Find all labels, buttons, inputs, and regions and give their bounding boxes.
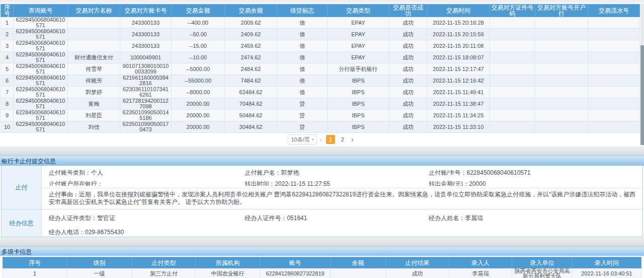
- table-cell: 9: [1, 110, 14, 121]
- table-cell: 20000.00: [172, 98, 225, 110]
- column-header: 交易对方证件号码: [490, 5, 535, 17]
- table-cell: [588, 110, 640, 121]
- table-cell: [490, 98, 535, 110]
- table-cell: 2409.62: [225, 29, 277, 40]
- table-cell: 7: [1, 87, 14, 98]
- table-cell: [490, 87, 535, 98]
- table-row[interactable]: 106228450068040610571刘佳62350109905001704…: [1, 121, 640, 133]
- table-cell: 6235010990500145186: [120, 110, 172, 121]
- multi-card-section-title: 多级卡信息: [0, 247, 644, 256]
- table-cell: 成功: [389, 40, 427, 52]
- stop-payment-row-label: 止付: [2, 166, 42, 209]
- table-row[interactable]: 26228450068040610571243300133--50.002409…: [1, 29, 640, 40]
- table-row[interactable]: 96228450068040610571刘星臣62350109905001451…: [1, 110, 640, 121]
- column-header: 录入人: [449, 257, 512, 268]
- table-cell: 9010713080100100033099: [120, 63, 172, 75]
- page-size-label: 10条/页: [291, 136, 309, 144]
- table-row[interactable]: 1一级第三方止付中国农业银行6228412860827322819成功李晨琨陕西…: [3, 268, 641, 278]
- table-cell: EPAY: [328, 29, 389, 40]
- table-cell: [490, 17, 535, 29]
- table-cell: 2022-11-15 11:34:25: [427, 110, 490, 121]
- table-cell: 6228412860827322819: [260, 268, 331, 278]
- field-account-type: 止付账号类别：个人: [49, 169, 245, 175]
- column-header: 交易余额: [225, 5, 277, 17]
- table-row[interactable]: 56228450068040610571何雪琴90107130801001000…: [1, 63, 640, 75]
- table-cell: [535, 40, 588, 52]
- table-cell: [68, 17, 120, 29]
- table-cell: [588, 87, 640, 98]
- field-handler-phone: 经办人电话：029-86755430: [49, 228, 245, 237]
- table-cell: 2022-11-15 20:15:59: [427, 29, 490, 40]
- table-cell: 一级: [67, 268, 132, 278]
- multi-card-header-row: 序号级别止付类型所属机构账号余额止付结果录入人录入单位录入时间: [3, 257, 641, 268]
- table-row[interactable]: 16228450068040610571243300133--400.00200…: [1, 17, 640, 29]
- table-cell: 2022-11-15 20:16:28: [427, 17, 490, 29]
- table-cell: 成功: [389, 87, 427, 98]
- table-cell: IBPS: [328, 87, 389, 98]
- table-cell: 借: [277, 40, 328, 52]
- column-header: 序号: [1, 5, 14, 17]
- table-cell: [588, 121, 640, 133]
- table-cell: 20000.00: [172, 110, 225, 121]
- table-cell: 何晓芳: [68, 75, 120, 87]
- table-row[interactable]: 66228450068040610571何晓芳62166116000038428…: [1, 75, 640, 87]
- column-header: 交易对方账卡号: [120, 5, 172, 17]
- transactions-table: 序号查询账号交易对方名称交易对方账卡号交易金额交易余额借贷标志交易类型交易是否成…: [1, 4, 640, 133]
- table-cell: 成功: [389, 63, 427, 75]
- column-header: 级别: [67, 257, 132, 268]
- table-cell: 2022-11-15 11:38:47: [427, 98, 490, 110]
- table-cell: [535, 17, 588, 29]
- table-cell: 黄梅: [68, 98, 120, 110]
- table-cell: 成功: [389, 98, 427, 110]
- table-cell: 借: [277, 75, 328, 87]
- table-cell: 1: [3, 268, 67, 278]
- table-cell: 2022-11-16 03:40:51: [573, 268, 641, 278]
- next-page-button[interactable]: ›: [351, 134, 354, 145]
- table-cell: 借: [277, 87, 328, 98]
- page-number-2[interactable]: 2: [338, 135, 347, 144]
- table-cell: 6228450068040610571: [14, 75, 68, 87]
- prev-page-button[interactable]: ‹: [319, 134, 322, 145]
- column-header: 交易金额: [172, 5, 225, 17]
- transactions-header-row: 序号查询账号交易对方名称交易对方账卡号交易金额交易余额借贷标志交易类型交易是否成…: [1, 5, 640, 17]
- pagination-bar: 10条/页 ▾ ‹ 1 2 ›: [0, 133, 644, 146]
- column-header: 序号: [3, 257, 67, 268]
- table-cell: [588, 98, 640, 110]
- table-cell: [490, 75, 535, 87]
- table-cell: IBPS: [328, 121, 389, 133]
- table-cell: 5: [1, 63, 14, 75]
- table-cell: 2022-11-15 11:33:10: [427, 121, 490, 133]
- table-cell: 刘星臣: [68, 110, 120, 121]
- table-row[interactable]: 46228450068040610571财付通微信支付1000049901--1…: [1, 52, 640, 63]
- table-cell: IBPS: [328, 110, 389, 121]
- table-cell: [588, 17, 640, 29]
- table-cell: 2009.62: [225, 17, 277, 29]
- column-header: 余额: [331, 257, 386, 268]
- table-cell: [588, 63, 640, 75]
- table-cell: 6217281942001127098: [120, 98, 172, 110]
- table-cell: 70484.62: [225, 98, 277, 110]
- divider-band: [0, 146, 644, 156]
- table-cell: 借: [277, 63, 328, 75]
- page-number-1[interactable]: 1: [326, 135, 335, 144]
- table-cell: --400.00: [172, 17, 225, 29]
- field-handler-cert-no: 经办人证件号：051641: [245, 214, 429, 223]
- column-header: 查询账号: [14, 5, 68, 17]
- page-size-select[interactable]: 10条/页 ▾: [288, 134, 317, 145]
- table-row[interactable]: 86228450068040610571黄梅621728194200112709…: [1, 98, 640, 110]
- scrollbar-track[interactable]: [640, 4, 644, 145]
- table-cell: 李晨琨: [449, 268, 512, 278]
- table-row[interactable]: 76228450068040610571郭梦婷62303611010734162…: [1, 87, 640, 98]
- table-cell: 刘佳: [68, 121, 120, 133]
- table-cell: [490, 63, 535, 75]
- table-cell: 财付通微信支付: [68, 52, 120, 63]
- table-row[interactable]: 36228450068040610571243300133--15.002459…: [1, 40, 640, 52]
- handler-row-label: 经办信息: [2, 210, 42, 237]
- stop-payment-fields: 止付账号类别：个人 止付账户名：郭梦艳 止付账/卡号：6228450068040…: [42, 166, 642, 188]
- table-cell: [588, 40, 640, 52]
- multi-card-table: 序号级别止付类型所属机构账号余额止付结果录入人录入单位录入时间 1一级第三方止付…: [3, 257, 641, 278]
- scrollbar-thumb[interactable]: [640, 45, 644, 145]
- table-cell: [490, 121, 535, 133]
- stop-payment-section-title: 银行卡止付提交信息: [0, 156, 644, 166]
- table-cell: 6228450068040610571: [14, 52, 68, 63]
